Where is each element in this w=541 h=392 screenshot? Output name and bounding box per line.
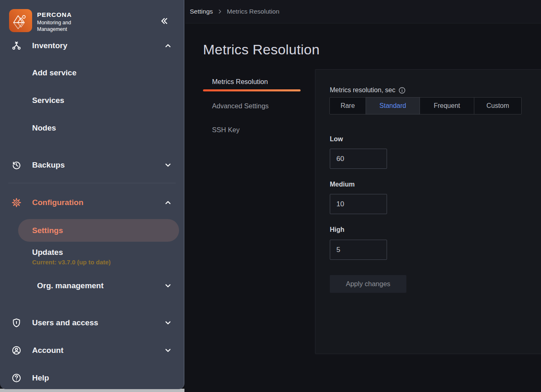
sidebar-item-label: Users and access [32,318,98,327]
sidebar-item-label: Add service [32,68,77,77]
sidebar-item-inventory[interactable]: Inventory [0,37,184,55]
breadcrumb: Settings Metrics Resolution [185,0,541,23]
sidebar-item-org-management[interactable]: Org. management [0,277,184,295]
sidebar-item-settings-active[interactable]: Settings [18,219,179,242]
sidebar-item-add-service[interactable]: Add service [0,64,184,82]
brand-name: PERCONA [37,11,82,19]
chevron-down-icon [164,319,172,327]
brand-header: PERCONA Monitoring and Management [0,0,184,37]
metrics-resolution-section-label: Metrics resolution, sec [330,86,406,94]
chevron-down-icon [164,282,172,290]
preset-frequent-button[interactable]: Frequent [420,97,474,114]
sidebar-item-backups[interactable]: Backups [0,156,184,174]
tab-metrics-resolution[interactable]: Metrics Resolution [212,78,268,86]
main-content: Settings Metrics Resolution Metrics Reso… [185,0,541,392]
page-title: Metrics Resolution [203,42,319,58]
high-input[interactable] [330,240,387,260]
chevron-down-icon [164,161,172,169]
high-field-label: High [330,226,345,233]
gear-icon [12,198,21,208]
sidebar-item-label: Updates [32,248,63,257]
brand-subtitle: Monitoring and Management [37,19,82,33]
history-icon [12,160,21,170]
sidebar-item-label: Inventory [32,41,68,50]
sidebar-item-help[interactable]: Help [0,369,184,387]
sidebar-item-label: Settings [32,226,63,235]
preset-standard-button[interactable]: Standard [366,97,420,114]
section-label-text: Metrics resolution, sec [330,86,395,94]
medium-input[interactable] [330,194,387,214]
sidebar-item-account[interactable]: Account [0,341,184,359]
sidebar-item-label: Nodes [32,124,56,133]
sidebar: PERCONA Monitoring and Management Invent… [0,0,184,389]
sidebar-item-label: Account [32,346,63,355]
chevron-up-icon [164,42,172,50]
medium-field-label: Medium [330,181,354,188]
share-nodes-icon [12,41,21,51]
chevron-right-icon [217,9,223,14]
sidebar-item-label: Configuration [32,198,84,207]
sidebar-item-label: Org. management [37,281,104,290]
sidebar-item-services[interactable]: Services [0,91,184,110]
resolution-preset-group: Rare Standard Frequent Custom [329,97,522,114]
collapse-sidebar-button[interactable] [158,15,170,27]
tab-ssh-key[interactable]: SSH Key [212,126,240,134]
user-circle-icon [12,345,21,355]
sidebar-item-users-and-access[interactable]: Users and access [0,314,184,332]
breadcrumb-settings-link[interactable]: Settings [190,8,213,15]
sidebar-item-label: Help [32,373,49,383]
page-bottom-strip [0,389,184,392]
percona-logo-icon[interactable] [9,9,32,32]
chevron-up-icon [164,198,172,207]
apply-changes-button[interactable]: Apply changes [330,275,406,293]
metrics-resolution-panel: Metrics resolution, sec Rare Standard Fr… [315,69,541,354]
tab-advanced-settings[interactable]: Advanced Settings [212,102,269,110]
active-tab-indicator [203,89,301,91]
low-input[interactable] [330,149,387,169]
double-chevron-left-icon [159,16,169,26]
preset-custom-button[interactable]: Custom [474,97,522,114]
help-circle-icon [12,373,21,383]
sidebar-item-updates[interactable]: Updates Current: v3.7.0 (up to date) [0,246,184,269]
chevron-down-icon [164,346,172,355]
breadcrumb-current: Metrics Resolution [227,8,280,15]
sidebar-item-nodes[interactable]: Nodes [0,119,184,137]
info-icon[interactable] [399,87,406,94]
version-status-text: Current: v3.7.0 (up to date) [32,259,111,266]
sidebar-item-label: Services [32,96,64,105]
brand-text: PERCONA Monitoring and Management [37,11,82,33]
sidebar-item-label: Backups [32,161,65,170]
sidebar-divider [8,183,176,183]
low-field-label: Low [330,135,343,143]
app-window: PERCONA Monitoring and Management Invent… [0,0,541,392]
sidebar-item-configuration[interactable]: Configuration [0,194,184,212]
shield-lock-icon [12,318,21,328]
preset-rare-button[interactable]: Rare [329,97,366,114]
